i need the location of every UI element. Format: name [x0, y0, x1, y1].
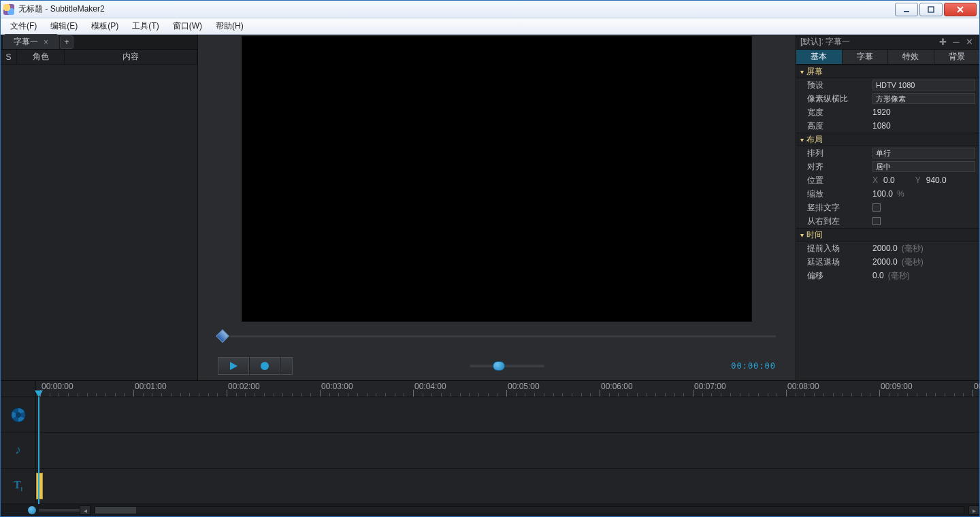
- properties-header: [默认]: 字幕一 ✚ ─ ✕: [796, 35, 979, 50]
- prop-rtl: 从右到左: [796, 214, 979, 228]
- prop-par: 像素纵横比 方形像素: [796, 92, 979, 105]
- subtitle-list-panel: 字幕一 × + S 角色 内容: [1, 35, 198, 380]
- track-video-body[interactable]: [36, 397, 979, 432]
- menu-help[interactable]: 帮助(H): [209, 19, 250, 33]
- timeline-tracks: ♪ TI: [1, 397, 979, 504]
- close-tab-icon[interactable]: ×: [44, 37, 48, 47]
- play-button[interactable]: [218, 357, 249, 375]
- music-note-icon: ♪: [15, 443, 21, 457]
- prop-vertical-text: 竖排文字: [796, 201, 979, 214]
- tab-effects[interactable]: 特效: [888, 50, 934, 64]
- track-audio: ♪: [1, 433, 979, 468]
- vertical-text-checkbox[interactable]: [872, 203, 881, 212]
- subtitle-tab-1[interactable]: 字幕一 ×: [3, 34, 59, 49]
- record-button[interactable]: [249, 357, 280, 375]
- hscroll-left-button[interactable]: ◂: [80, 505, 91, 515]
- properties-tabs: 基本 字幕 特效 背景: [796, 50, 979, 65]
- height-value[interactable]: 1080: [872, 121, 891, 131]
- prop-pre-in: 提前入场 2000.0 (毫秒): [796, 241, 979, 255]
- panes: 字幕一 × + S 角色 内容: [1, 35, 979, 380]
- preset-dropdown[interactable]: HDTV 1080: [872, 80, 975, 90]
- prop-width: 宽度 1920: [796, 105, 979, 119]
- window-title: 无标题 - SubtitleMaker2: [18, 3, 105, 15]
- svg-marker-4: [230, 362, 238, 370]
- properties-panel: [默认]: 字幕一 ✚ ─ ✕ 基本 字幕 特效 背景 屏幕 预设 HDTV 1…: [796, 35, 979, 380]
- subtitle-list-tabs: 字幕一 × +: [1, 35, 197, 50]
- scrub-track[interactable]: [230, 335, 776, 337]
- pos-y-value[interactable]: 940.0: [926, 176, 947, 185]
- track-video: [1, 397, 979, 433]
- svg-point-5: [261, 362, 269, 370]
- par-dropdown[interactable]: 方形像素: [872, 93, 975, 104]
- rtl-checkbox[interactable]: [872, 217, 881, 225]
- prop-height: 高度 1080: [796, 119, 979, 133]
- timeline-ruler[interactable]: 00:00:0000:01:0000:02:0000:03:0000:04:00…: [1, 381, 979, 397]
- arrange-dropdown[interactable]: 单行: [872, 148, 975, 159]
- offset-value[interactable]: 0.0: [872, 271, 884, 280]
- minimize-button[interactable]: [895, 3, 918, 16]
- tab-basic[interactable]: 基本: [796, 50, 843, 64]
- marker-diamond-icon[interactable]: [216, 329, 229, 343]
- text-icon: TI: [14, 479, 22, 493]
- menu-template[interactable]: 模板(P): [84, 19, 125, 33]
- app-icon: [3, 4, 14, 15]
- menu-window[interactable]: 窗口(W): [166, 19, 209, 33]
- tab-background[interactable]: 背景: [934, 50, 980, 64]
- post-out-value[interactable]: 2000.0: [872, 257, 898, 267]
- player-extra-button[interactable]: [280, 357, 293, 375]
- align-dropdown[interactable]: 居中: [872, 161, 975, 172]
- zoom-knob[interactable]: [28, 506, 36, 514]
- timeline-footer: ◂ ▸: [1, 504, 979, 516]
- prop-preset: 预设 HDTV 1080: [796, 78, 979, 92]
- section-time[interactable]: 时间: [796, 228, 979, 241]
- subtitle-list-body[interactable]: [1, 65, 197, 380]
- timeline-playhead[interactable]: [38, 397, 39, 504]
- pos-x-value[interactable]: 0.0: [883, 176, 895, 185]
- add-subtitle-tab-button[interactable]: +: [60, 35, 74, 49]
- speed-knob[interactable]: [493, 361, 505, 371]
- properties-target-label: [默认]: 字幕一: [800, 36, 850, 48]
- menu-edit[interactable]: 编辑(E): [44, 19, 84, 33]
- section-layout[interactable]: 布局: [796, 133, 979, 146]
- subtitle-list-header: S 角色 内容: [1, 50, 197, 65]
- film-icon: [11, 407, 26, 422]
- properties-header-tools[interactable]: ✚ ─ ✕: [939, 37, 975, 47]
- svg-rect-1: [928, 7, 934, 12]
- titlebar[interactable]: 无标题 - SubtitleMaker2: [1, 1, 979, 18]
- prop-position: 位置 X 0.0 Y 940.0: [796, 173, 979, 187]
- subtitle-tab-label: 字幕一: [14, 36, 38, 48]
- prop-post-out: 延迟退场 2000.0 (毫秒): [796, 255, 979, 269]
- prop-offset: 偏移 0.0 (毫秒): [796, 269, 979, 282]
- hscroll-thumb[interactable]: [95, 507, 136, 514]
- col-header-content[interactable]: 内容: [65, 50, 197, 64]
- player-controls: 00:00:00: [218, 357, 776, 375]
- prop-arrange: 排列 单行: [796, 146, 979, 160]
- workspace: 字幕一 × + S 角色 内容: [1, 35, 979, 516]
- timecode-display: 00:00:00: [731, 361, 776, 371]
- tab-subtitle[interactable]: 字幕: [843, 50, 889, 64]
- prop-scale: 缩放 100.0 %: [796, 187, 979, 201]
- menubar: 文件(F) 编辑(E) 模板(P) 工具(T) 窗口(W) 帮助(H): [1, 18, 979, 35]
- timeline-panel: 00:00:0000:01:0000:02:0000:03:0000:04:00…: [1, 380, 979, 516]
- close-button[interactable]: [944, 3, 977, 16]
- scale-value[interactable]: 100.0: [872, 189, 893, 199]
- preview-panel: 00:00:00: [198, 35, 796, 380]
- prop-align: 对齐 居中: [796, 160, 979, 173]
- app-window: 无标题 - SubtitleMaker2 文件(F) 编辑(E) 模板(P) 工…: [0, 0, 980, 517]
- width-value[interactable]: 1920: [872, 107, 891, 117]
- speed-slider[interactable]: [470, 365, 544, 367]
- zoom-track[interactable]: [39, 509, 80, 512]
- hscroll-right-button[interactable]: ▸: [968, 505, 979, 515]
- col-header-s[interactable]: S: [1, 50, 17, 64]
- section-screen[interactable]: 屏幕: [796, 65, 979, 78]
- menu-file[interactable]: 文件(F): [3, 19, 44, 33]
- pre-in-value[interactable]: 2000.0: [872, 244, 898, 253]
- video-viewport[interactable]: [242, 36, 752, 322]
- timeline-hscrollbar[interactable]: [95, 506, 964, 514]
- track-subtitle-body[interactable]: [36, 469, 979, 503]
- col-header-role[interactable]: 角色: [17, 50, 65, 64]
- track-audio-body[interactable]: [36, 433, 979, 467]
- menu-tools[interactable]: 工具(T): [125, 19, 165, 33]
- subtitle-clip[interactable]: [36, 473, 43, 499]
- maximize-button[interactable]: [919, 3, 943, 16]
